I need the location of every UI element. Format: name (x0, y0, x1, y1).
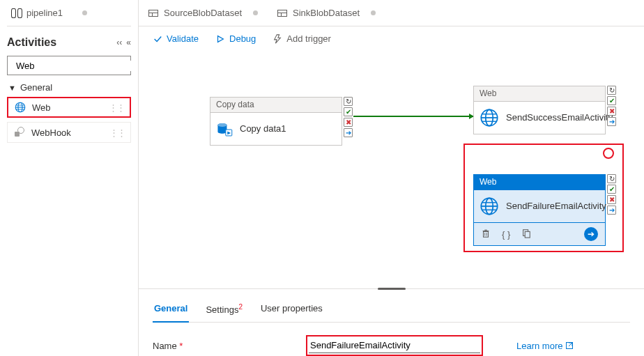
group-label: General (20, 82, 52, 93)
pipeline-icon (11, 8, 22, 18)
learn-more-link[interactable]: Learn more (516, 341, 574, 351)
completion-port[interactable]: ➔ (607, 117, 616, 126)
tab-ds1-label: SourceBlobDataset (164, 8, 242, 18)
tab-settings[interactable]: Settings2 (204, 299, 244, 322)
completion-port[interactable]: ➔ (344, 128, 353, 137)
svg-marker-7 (218, 36, 224, 42)
svg-marker-8 (275, 34, 281, 42)
completion-port[interactable]: ➔ (607, 206, 616, 215)
output-port[interactable]: ↻ (344, 97, 353, 106)
dataset-icon (277, 10, 287, 17)
activity-web[interactable]: Web ⋮⋮ (7, 97, 131, 118)
dirty-dot-icon (253, 10, 258, 15)
external-link-icon (565, 341, 574, 350)
failure-port[interactable]: ✖ (607, 195, 616, 204)
trigger-label: Add trigger (286, 33, 331, 44)
svg-rect-29 (526, 231, 530, 238)
splitter[interactable] (139, 288, 644, 289)
success-port[interactable]: ✔ (607, 185, 616, 194)
node-type-label: Copy data (210, 97, 342, 112)
failure-port[interactable]: ✖ (344, 118, 353, 127)
output-port[interactable]: ↻ (607, 174, 616, 183)
delete-icon[interactable] (481, 229, 491, 240)
copy-icon[interactable] (521, 229, 531, 240)
globe-icon (480, 196, 499, 216)
pin-icon[interactable]: « (126, 38, 131, 47)
settings-badge: 2 (238, 303, 243, 311)
node-type-label: Web (473, 174, 606, 189)
globe-icon (14, 101, 26, 114)
tab-user-properties[interactable]: User properties (259, 299, 324, 322)
name-input[interactable] (309, 338, 480, 353)
highlight-circle-icon (603, 148, 614, 159)
node-name: SendSuccessEmailActivity (506, 112, 613, 123)
globe-icon (480, 108, 499, 127)
activity-webhook[interactable]: WebHook ⋮⋮ (7, 122, 131, 143)
success-connector (353, 116, 473, 117)
code-icon[interactable]: { } (502, 229, 510, 240)
debug-button[interactable]: Debug (215, 33, 256, 44)
trigger-button[interactable]: Add trigger (273, 33, 331, 44)
tab-ds2-label: SinkBlobDataset (293, 8, 360, 18)
search-input-wrapper[interactable] (7, 56, 131, 75)
node-success-email[interactable]: Web SendSuccessEmailActivity ↻ ✔ ✖ ➔ (473, 86, 606, 134)
go-arrow-icon[interactable]: ➔ (584, 227, 598, 241)
node-name: Copy data1 (240, 123, 286, 134)
debug-label: Debug (229, 33, 256, 44)
name-label: Name * (153, 341, 285, 351)
dirty-dot-icon (82, 10, 87, 15)
tab-pipeline[interactable]: pipeline1 (7, 5, 91, 21)
validate-label: Validate (167, 33, 199, 44)
name-input-highlight (306, 335, 483, 356)
drag-handle-icon: ⋮⋮ (109, 127, 125, 138)
output-port[interactable]: ↻ (607, 86, 616, 95)
success-port[interactable]: ✔ (344, 107, 353, 116)
failure-port[interactable]: ✖ (607, 107, 616, 116)
canvas[interactable]: Copy data Copy data1 ↻ ✔ ✖ ➔ Web (139, 54, 644, 288)
svg-rect-23 (484, 231, 489, 237)
node-type-label: Web (473, 86, 606, 101)
activities-title: Activities (7, 36, 56, 49)
validate-button[interactable]: Validate (153, 33, 199, 44)
activity-webhook-label: WebHook (31, 127, 71, 138)
svg-point-10 (217, 123, 227, 127)
tab-source-dataset[interactable]: SourceBlobDataset (139, 0, 268, 26)
tab-general[interactable]: General (153, 299, 189, 322)
selection-highlight: Web SendFailureEmailActivity { } (463, 144, 624, 252)
node-failure-email[interactable]: Web SendFailureEmailActivity { } (473, 174, 606, 246)
copy-data-icon (216, 121, 233, 137)
svg-line-31 (569, 343, 572, 346)
chevron-down-icon: ▼ (8, 84, 16, 92)
node-copy-data[interactable]: Copy data Copy data1 ↻ ✔ ✖ ➔ (210, 97, 342, 146)
search-input[interactable] (16, 61, 133, 71)
drag-handle-icon: ⋮⋮ (109, 102, 124, 113)
success-port[interactable]: ✔ (607, 96, 616, 105)
group-general[interactable]: ▼ General (8, 82, 131, 93)
node-name: SendFailureEmailActivity (506, 201, 606, 212)
tab-sink-dataset[interactable]: SinkBlobDataset (268, 0, 385, 26)
tab-pipeline-label: pipeline1 (26, 8, 63, 18)
webhook-icon (13, 126, 26, 139)
collapse-icon[interactable]: ‹‹ (116, 38, 122, 47)
dirty-dot-icon (371, 10, 376, 15)
activity-web-label: Web (32, 102, 51, 113)
dataset-icon (148, 10, 158, 17)
